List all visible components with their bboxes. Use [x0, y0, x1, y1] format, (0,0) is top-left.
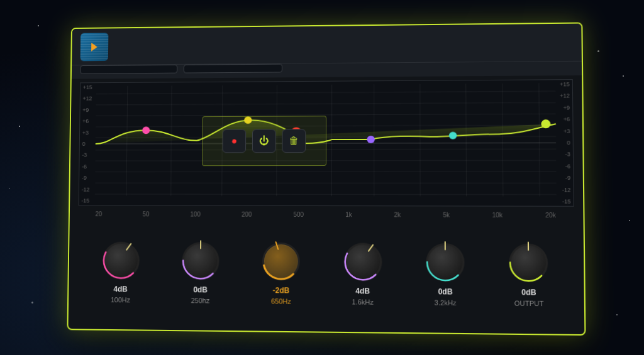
knob-freq-4: 3.2kHz: [435, 298, 457, 307]
knob-2[interactable]: [259, 239, 303, 283]
knob-5[interactable]: [506, 240, 552, 285]
svg-line-20: [539, 83, 540, 196]
band-add-button[interactable]: ●: [223, 129, 247, 153]
selected-band-overlay: ● ⏻ 🗑: [202, 116, 326, 166]
svg-line-0: [96, 91, 556, 94]
knob-db-0: 4dB: [113, 285, 127, 293]
play-icon: [91, 42, 97, 51]
plugin-icon: [80, 32, 109, 60]
knob-body-2: [264, 244, 298, 278]
close-button[interactable]: [554, 33, 572, 51]
band-power-button[interactable]: ⏻: [252, 129, 276, 153]
knob-group-3: 4dB1.6kHz: [340, 239, 385, 306]
knob-group-4: 0dB3.2kHz: [423, 239, 468, 306]
knob-group-1: 0dB250hz: [179, 239, 223, 304]
svg-line-18: [466, 84, 467, 196]
eq-point-6: [541, 119, 550, 128]
knob-body-0: [104, 243, 138, 277]
eq-point-1: [142, 126, 150, 134]
knob-freq-3: 1.6kHz: [352, 298, 374, 305]
knob-3[interactable]: [340, 239, 385, 284]
knob-0[interactable]: [99, 238, 143, 282]
knob-freq-5: OUTPUT: [514, 299, 544, 307]
knob-freq-0: 100Hz: [111, 296, 130, 303]
plugin-title: [116, 42, 547, 46]
knob-db-4: 0dB: [438, 287, 452, 296]
knob-4[interactable]: [423, 239, 468, 285]
svg-line-1: [96, 102, 556, 105]
knob-group-5: 0dBOUTPUT: [506, 240, 552, 307]
knob-1[interactable]: [179, 239, 223, 283]
knob-db-1: 0dB: [193, 285, 207, 294]
knob-db-3: 4dB: [355, 287, 370, 295]
knob-db-2: -2dB: [273, 286, 290, 295]
knob-group-0: 4dB100Hz: [99, 238, 142, 303]
knob-body-3: [346, 244, 380, 279]
svg-line-10: [95, 194, 557, 194]
knob-body-1: [184, 244, 218, 278]
knobs-row: 4dB100Hz0dB250hz-2dB650Hz4dB1.6kHz0dB3.2…: [69, 233, 584, 312]
preset-dropdown[interactable]: [184, 63, 282, 73]
header: [72, 23, 582, 65]
knob-db-5: 0dB: [521, 288, 536, 297]
svg-line-2: [96, 114, 555, 116]
knob-freq-2: 650Hz: [271, 297, 291, 305]
type-dropdown[interactable]: [80, 64, 177, 74]
knob-body-5: [511, 245, 547, 280]
knob-group-2: -2dB650Hz: [259, 239, 303, 305]
band-delete-button[interactable]: 🗑: [282, 129, 306, 153]
plugin-window: +15 +12 +9 +6 +3 0 -3 -6 -9 -12 -15 +15 …: [67, 22, 586, 336]
svg-line-19: [502, 83, 503, 196]
eq-display: +15 +12 +9 +6 +3 0 -3 -6 -9 -12 -15 +15 …: [79, 79, 574, 207]
knob-freq-1: 250hz: [191, 297, 210, 304]
x-label-row: 20 50 100 200 500 1k 2k 5k 10k 20k: [70, 209, 584, 220]
knob-body-4: [428, 245, 462, 280]
